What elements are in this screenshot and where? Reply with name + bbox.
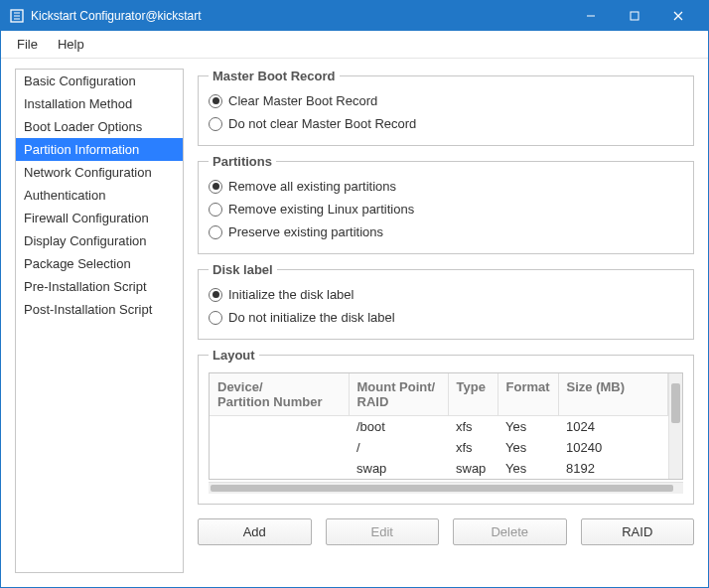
cell-type: xfs [448, 416, 497, 438]
sidebar: Basic ConfigurationInstallation MethodBo… [15, 69, 184, 573]
radio-icon[interactable] [209, 225, 222, 239]
radio-label: Preserve existing partitions [228, 224, 383, 239]
delete-button[interactable]: Delete [453, 518, 567, 545]
radio-label: Remove existing Linux partitions [228, 202, 414, 217]
col-mount[interactable]: Mount Point/RAID [349, 373, 448, 416]
disklabel-group: Disk label Initialize the disk labelDo n… [198, 262, 694, 340]
menu-file[interactable]: File [7, 33, 48, 56]
radio-label: Initialize the disk label [228, 287, 354, 302]
table-row[interactable]: swapswapYes8192 [210, 458, 668, 479]
cell-mount: /boot [349, 416, 448, 438]
horizontal-scrollbar[interactable] [209, 482, 683, 494]
cell-size: 8192 [558, 458, 667, 479]
cell-mount: / [349, 437, 448, 458]
sidebar-item-pre-installation-script[interactable]: Pre-Installation Script [16, 275, 183, 298]
sidebar-item-boot-loader-options[interactable]: Boot Loader Options [16, 115, 183, 138]
cell-type: xfs [448, 437, 497, 458]
svg-rect-2 [631, 12, 638, 20]
radio-option[interactable]: Remove existing Linux partitions [209, 198, 683, 220]
cell-format: Yes [497, 437, 558, 458]
edit-button[interactable]: Edit [326, 518, 440, 545]
partitions-legend: Partitions [209, 154, 276, 169]
close-button[interactable] [656, 1, 700, 31]
sidebar-item-firewall-configuration[interactable]: Firewall Configuration [16, 207, 183, 229]
vertical-scrollbar[interactable] [668, 373, 682, 479]
mbr-group: Master Boot Record Clear Master Boot Rec… [198, 69, 694, 146]
cell-type: swap [448, 458, 497, 479]
col-format[interactable]: Format [497, 373, 558, 416]
radio-option[interactable]: Clear Master Boot Record [209, 89, 683, 112]
main-panel: Master Boot Record Clear Master Boot Rec… [198, 69, 694, 573]
radio-option[interactable]: Preserve existing partitions [209, 220, 683, 243]
layout-table-container: Device/Partition Number Mount Point/RAID… [209, 372, 683, 480]
radio-option[interactable]: Do not clear Master Boot Record [209, 112, 683, 135]
sidebar-item-partition-information[interactable]: Partition Information [16, 138, 183, 161]
cell-mount: swap [349, 458, 448, 479]
cell-device [210, 458, 349, 479]
minimize-button[interactable] [569, 1, 613, 31]
content-area: Basic ConfigurationInstallation MethodBo… [1, 59, 708, 587]
sidebar-item-package-selection[interactable]: Package Selection [16, 252, 183, 275]
radio-icon[interactable] [209, 288, 222, 302]
cell-device [210, 416, 349, 438]
radio-option[interactable]: Remove all existing partitions [209, 175, 683, 198]
app-window: Kickstart Configurator@kickstart File He… [0, 0, 709, 588]
radio-label: Remove all existing partitions [228, 179, 396, 194]
maximize-button[interactable] [613, 1, 656, 31]
radio-icon[interactable] [209, 94, 222, 108]
menu-help[interactable]: Help [48, 33, 94, 56]
button-row: Add Edit Delete RAID [198, 518, 694, 545]
col-device[interactable]: Device/Partition Number [210, 373, 349, 416]
col-type[interactable]: Type [448, 373, 497, 416]
partitions-group: Partitions Remove all existing partition… [198, 154, 694, 254]
radio-option[interactable]: Initialize the disk label [209, 283, 683, 306]
titlebar: Kickstart Configurator@kickstart [1, 1, 708, 31]
app-icon [9, 8, 25, 24]
radio-label: Do not initialize the disk label [228, 310, 395, 325]
sidebar-item-installation-method[interactable]: Installation Method [16, 92, 183, 115]
sidebar-item-post-installation-script[interactable]: Post-Installation Script [16, 298, 183, 321]
cell-format: Yes [497, 416, 558, 438]
cell-size: 1024 [558, 416, 667, 438]
sidebar-item-basic-configuration[interactable]: Basic Configuration [16, 70, 183, 92]
window-title: Kickstart Configurator@kickstart [31, 9, 569, 23]
layout-legend: Layout [209, 348, 259, 363]
sidebar-item-authentication[interactable]: Authentication [16, 184, 183, 207]
add-button[interactable]: Add [198, 518, 312, 545]
cell-device [210, 437, 349, 458]
radio-icon[interactable] [209, 203, 222, 217]
raid-button[interactable]: RAID [581, 518, 695, 545]
cell-size: 10240 [558, 437, 667, 458]
sidebar-item-display-configuration[interactable]: Display Configuration [16, 229, 183, 252]
layout-table: Device/Partition Number Mount Point/RAID… [210, 373, 668, 479]
mbr-legend: Master Boot Record [209, 69, 340, 83]
disklabel-legend: Disk label [209, 262, 277, 277]
sidebar-item-network-configuration[interactable]: Network Configuration [16, 161, 183, 184]
col-size[interactable]: Size (MB) [558, 373, 667, 416]
layout-group: Layout Device/Partition Number Mount Poi… [198, 348, 694, 505]
cell-format: Yes [497, 458, 558, 479]
radio-label: Do not clear Master Boot Record [228, 116, 416, 131]
radio-icon[interactable] [209, 311, 222, 325]
menubar: File Help [1, 31, 708, 59]
radio-icon[interactable] [209, 180, 222, 194]
radio-option[interactable]: Do not initialize the disk label [209, 306, 683, 329]
radio-label: Clear Master Boot Record [228, 93, 377, 108]
table-row[interactable]: /bootxfsYes1024 [210, 416, 668, 438]
radio-icon[interactable] [209, 117, 222, 131]
table-row[interactable]: /xfsYes10240 [210, 437, 668, 458]
